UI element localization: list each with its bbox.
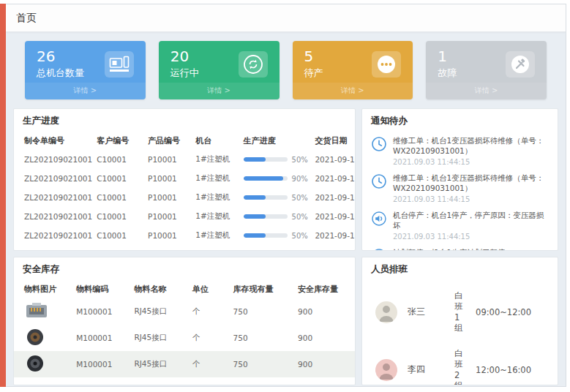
cell-machine: 1#注塑机 [191, 188, 239, 207]
notice-text: 维修工单：机台1变压器损坏待维修（单号：WX202109031001） [393, 173, 549, 194]
schedule-row: 张三白班1组09:00~12:00 [365, 283, 555, 341]
notice-body: 机台停产：机台1停产，停产原因：变压器损坏2021.09.03 11:44:15 [393, 210, 549, 241]
production-row: ZL202109021001C10001P100011#注塑机50%2021-0… [14, 188, 355, 207]
clock-icon [371, 136, 387, 152]
cell-customer: C10001 [92, 150, 143, 169]
person-name: 李四 [408, 363, 444, 376]
stat-card-tools[interactable]: 1故障详情 > [426, 41, 547, 99]
production-column-header: 客户编号 [92, 132, 143, 150]
notice-timestamp: 2021.09.03 11:44:15 [393, 195, 549, 203]
stat-card-body: 26总机台数量 [25, 41, 146, 80]
machine-icon [105, 51, 134, 78]
stat-detail-link[interactable]: 详情 > [159, 83, 280, 99]
stat-card-body: 5待产 [293, 41, 413, 80]
person-shift: 白班1组 [454, 290, 465, 333]
stat-card-body: 1故障 [426, 41, 547, 80]
production-row: ZL202109021001C10001P100011#注塑机50%2021-0… [14, 207, 355, 226]
notice-timestamp: 2021.09.03 11:44:15 [393, 233, 549, 241]
avatar [375, 301, 397, 323]
cell-machine: 1#注塑机 [191, 207, 239, 226]
stat-card-info: 20运行中 [170, 48, 199, 80]
cell-material-name: RJ45接口 [130, 298, 187, 325]
stat-card-ellipsis[interactable]: 5待产详情 > [293, 41, 413, 99]
stat-cards: 26总机台数量详情 >20运行中详情 >5待产详情 >1故障详情 > [25, 41, 547, 99]
cell-product: P10001 [143, 207, 191, 226]
notice-item[interactable]: 机台停产：机台1停产，停产原因：变压器损坏2021.09.03 11:44:15 [365, 206, 555, 244]
stat-value: 5 [304, 48, 323, 64]
progress-bar: 50% [244, 156, 307, 164]
inventory-table: 物料图片物料编码物料名称单位库存现有量安全库存量 M100001RJ45接口个7… [14, 280, 355, 377]
progress-track [244, 195, 288, 200]
cell-safety-stock: 900 [293, 298, 355, 325]
cell-material-image [14, 351, 72, 377]
cell-progress: 50% [239, 226, 311, 245]
stat-detail-link[interactable]: 详情 > [293, 83, 413, 99]
person-time: 12:00~16:00 [476, 365, 544, 375]
notice-body: 维修工单：机台1变压器损坏待维修（单号：WX202109031001）2021.… [393, 135, 549, 166]
production-panel: 生产进度 制令单编号客户编号产品编号机台生产进度交货日期 ZL202109021… [13, 108, 356, 251]
cell-customer: C10001 [92, 169, 143, 188]
tools-icon [506, 51, 535, 78]
notice-item[interactable]: 维修工单：机台1变压器损坏待维修（单号：WX202109031001）2021.… [365, 132, 555, 169]
cell-current-stock: 750 [229, 325, 294, 351]
cell-order: ZL202109021001 [14, 188, 92, 207]
cell-material-name: RJ45接口 [130, 351, 187, 377]
inventory-panel: 安全库存 物料图片物料编码物料名称单位库存现有量安全库存量 M100001RJ4… [13, 257, 356, 385]
notices-panel: 通知待办 维修工单：机台1变压器损坏待维修（单号：WX202109031001）… [361, 108, 558, 251]
cell-safety-stock: 900 [293, 351, 355, 377]
progress-fill [244, 176, 283, 181]
sidebar-strip [0, 4, 6, 387]
progress-track [244, 157, 288, 162]
inventory-column-header: 物料名称 [130, 280, 187, 298]
cell-material-image [14, 298, 72, 325]
stat-card-machine[interactable]: 26总机台数量详情 > [25, 41, 146, 99]
cell-unit: 个 [188, 325, 229, 351]
cell-progress: 50% [239, 207, 311, 226]
app-window: 首页 26总机台数量详情 >20运行中详情 >5待产详情 >1故障详情 > 生产… [0, 4, 566, 387]
ellipsis-icon [372, 51, 401, 78]
inventory-row: M100001RJ45接口个750900 [14, 351, 355, 377]
production-table: 制令单编号客户编号产品编号机台生产进度交货日期 ZL202109021001C1… [14, 132, 355, 245]
production-column-header: 交货日期 [310, 132, 355, 150]
schedule-row: 李四白班2组12:00~16:00 [365, 341, 555, 385]
panels-grid: 生产进度 制令单编号客户编号产品编号机台生产进度交货日期 ZL202109021… [13, 108, 558, 385]
cell-current-stock: 750 [229, 351, 294, 377]
stat-detail-link[interactable]: 详情 > [25, 83, 146, 99]
cell-customer: C10001 [92, 207, 143, 226]
inventory-column-header: 物料编码 [72, 280, 130, 298]
stat-label: 总机台数量 [37, 67, 84, 80]
stat-card-running[interactable]: 20运行中详情 > [159, 41, 280, 99]
production-column-header: 生产进度 [239, 132, 311, 150]
cell-material-code: M100001 [72, 325, 130, 351]
stat-value: 1 [438, 48, 457, 64]
production-column-header: 机台 [191, 132, 239, 150]
progress-label: 50% [292, 194, 308, 202]
cell-material-code: M100001 [72, 351, 130, 377]
stat-card-info: 5待产 [304, 48, 323, 80]
cell-date: 2021-09-10 [310, 207, 355, 226]
progress-bar: 50% [244, 194, 307, 202]
stat-card-body: 20运行中 [159, 41, 280, 80]
notice-item[interactable]: 计划暂停：机台1生产计划已暂停2021.09.03 11:44:15 [365, 244, 555, 251]
production-header-row: 制令单编号客户编号产品编号机台生产进度交货日期 [14, 132, 355, 150]
topbar: 首页 [6, 4, 566, 32]
notice-timestamp: 2021.09.03 11:44:15 [393, 158, 549, 166]
cell-unit: 个 [188, 298, 229, 325]
cell-machine: 1#注塑机 [191, 169, 239, 188]
notice-list: 维修工单：机台1变压器损坏待维修（单号：WX202109031001）2021.… [362, 132, 558, 251]
notice-item[interactable]: 维修工单：机台1变压器损坏待维修（单号：WX202109031001）2021.… [365, 169, 555, 206]
inventory-column-header: 安全库存量 [293, 280, 355, 298]
progress-label: 50% [292, 213, 308, 221]
person-name: 张三 [408, 306, 444, 318]
progress-bar: 90% [244, 175, 307, 183]
connector-image [24, 328, 46, 347]
inventory-table-body: M100001RJ45接口个750900M100001RJ45接口个750900… [14, 298, 355, 377]
progress-bar: 50% [244, 213, 307, 221]
progress-fill [244, 157, 266, 162]
cell-date: 2021-09-10 [310, 188, 355, 207]
cell-product: P10001 [143, 188, 191, 207]
progress-track [244, 176, 288, 181]
progress-label: 50% [292, 156, 308, 164]
stat-detail-link[interactable]: 详情 > [426, 83, 547, 99]
cell-product: P10001 [143, 226, 191, 245]
